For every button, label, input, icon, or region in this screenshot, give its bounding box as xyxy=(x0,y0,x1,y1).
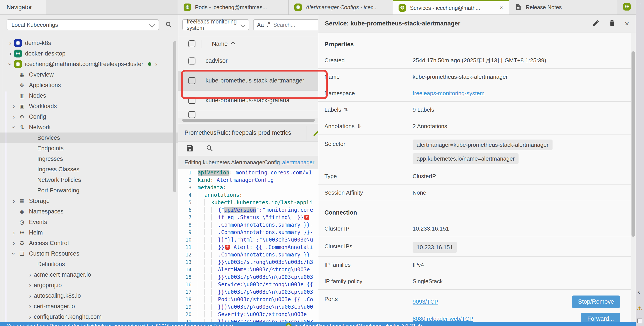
kubeconfig-select[interactable]: Local Kubeconfigs xyxy=(6,19,159,30)
sidebar-item-helm[interactable]: ›☸Helm xyxy=(0,227,178,238)
table-row[interactable]: cadvisor xyxy=(178,51,318,71)
sort-updown-icon[interactable]: ⇅ xyxy=(344,107,348,112)
table-row[interactable] xyxy=(178,110,318,118)
tab-4[interactable]: Release Notes xyxy=(509,0,617,14)
row-label: Type xyxy=(324,173,412,180)
tree-item-label: argoproj.io xyxy=(34,282,62,289)
tab-1[interactable]: ☸Pods - icecheng@mathmas... xyxy=(178,0,288,14)
namespace-link[interactable]: freeleaps-monitoring-system xyxy=(412,90,484,97)
badge-list: alertmanager=kube-prometheus-stack-alert… xyxy=(412,138,625,166)
chevron-left-icon[interactable]: ‹ xyxy=(638,288,640,296)
k8s-icon: ☸ xyxy=(623,3,630,10)
delete-service-button[interactable] xyxy=(608,19,616,28)
yaml-editor[interactable]: 1apiVersion: monitoring.coreos.com/v12ki… xyxy=(178,169,318,322)
sidebar-item-applications[interactable]: ❖Applications xyxy=(0,80,178,90)
name-column-header[interactable]: Name xyxy=(212,40,235,48)
sidebar-item-definitions[interactable]: Definitions xyxy=(0,259,178,270)
k8s-corner-icon[interactable]: ☸ xyxy=(623,3,630,10)
sidebar-item-network[interactable]: ›⇅Network xyxy=(0,122,178,132)
sidebar-item-port-forwarding[interactable]: Port Forwarding xyxy=(0,185,178,196)
sidebar-cluster-icecheng@mathmast.com@freeleaps-cluster[interactable]: ›☸icecheng@mathmast.com@freeleaps-cluste… xyxy=(0,59,178,69)
code-line: 19 }})\u003c/p\u003e\n\u003cp\u00 xyxy=(178,303,318,311)
select-all-checkbox[interactable] xyxy=(188,40,196,48)
port-link[interactable]: 9093/TCP xyxy=(412,298,438,305)
chevron-collapsed-icon[interactable]: › xyxy=(10,114,18,120)
row-checkbox[interactable] xyxy=(188,111,196,118)
sidebar-item-events[interactable]: ◷Events xyxy=(0,217,178,227)
match-case-icon[interactable]: Aa xyxy=(257,22,264,28)
sidebar-item-ingress-classes[interactable]: Ingress Classes xyxy=(0,164,178,175)
sidebar-item-custom-resources[interactable]: ›❑Custom Resources xyxy=(0,248,178,259)
drawer-row: Annotations⇅2 Annotations xyxy=(318,118,631,134)
namespace-select[interactable]: freeleaps-monitoring-system xyxy=(182,19,249,30)
window-icon[interactable] xyxy=(638,318,642,323)
regex-icon[interactable]: ▪* xyxy=(267,20,270,29)
sidebar-item-services[interactable]: Services xyxy=(0,132,178,143)
warning-icon[interactable]: ⚠ xyxy=(637,304,642,312)
chevron-down-icon xyxy=(149,22,155,28)
chevron-collapsed-icon[interactable]: › xyxy=(26,292,34,299)
chevron-collapsed-icon[interactable]: › xyxy=(10,103,18,110)
sidebar-item-config[interactable]: ›⚙Config xyxy=(0,112,178,122)
sidebar-scrollbar[interactable] xyxy=(173,41,176,192)
line-number: 14 xyxy=(178,267,198,272)
chevron-collapsed-icon[interactable]: › xyxy=(26,303,34,310)
chevron-collapsed-icon[interactable]: › xyxy=(10,198,18,204)
chevron-expanded-icon[interactable]: › xyxy=(10,124,17,131)
sidebar-item-autoscaling-k8s-io[interactable]: ›autoscaling.k8s.io xyxy=(0,290,178,301)
sidebar-item-storage[interactable]: ›≣Storage xyxy=(0,196,178,206)
sidebar-item-acme-cert-manager-io[interactable]: ›acme.cert-manager.io xyxy=(0,270,178,280)
row-checkbox[interactable] xyxy=(188,58,196,64)
sidebar-search-button[interactable] xyxy=(165,21,173,30)
tab-label: Release Notes xyxy=(526,4,562,10)
chevron-down-icon xyxy=(240,22,246,28)
chevron-right-icon[interactable]: › xyxy=(153,61,160,67)
sidebar-item-endpoints[interactable]: Endpoints xyxy=(0,143,178,154)
sidebar-cluster-docker-desktop[interactable]: ›☸docker-desktop xyxy=(0,48,178,59)
edit-service-button[interactable] xyxy=(592,19,600,28)
port-action-button[interactable]: Stop/Remove xyxy=(572,296,620,308)
horizontal-scrollbar-thumb[interactable] xyxy=(182,119,315,122)
chevron-collapsed-icon[interactable]: › xyxy=(6,40,14,46)
sidebar-item-workloads[interactable]: ›▣Workloads xyxy=(0,101,178,112)
close-drawer-button[interactable]: × xyxy=(625,19,629,28)
sidebar-item-ingresses[interactable]: Ingresses xyxy=(0,154,178,164)
chevron-collapsed-icon[interactable]: › xyxy=(26,314,34,320)
sidebar-item-configuration-konghq-com[interactable]: ›configuration.konghq.com xyxy=(0,312,178,322)
search-input[interactable]: Aa ▪* Search... xyxy=(253,19,318,30)
k8s-icon: ☸ xyxy=(184,4,191,11)
k8s-icon: ☸ xyxy=(294,4,302,11)
sidebar-cluster-demo-k8s[interactable]: ›☸demo-k8s xyxy=(0,38,178,48)
close-tab-icon[interactable]: × xyxy=(500,4,503,12)
indent-guide xyxy=(204,311,211,318)
sidebar-item-nodes[interactable]: ▥Nodes xyxy=(0,90,178,101)
sort-updown-icon[interactable]: ⇅ xyxy=(357,123,361,129)
sidebar-item-overview[interactable]: ▦Overview xyxy=(0,69,178,80)
chevron-collapsed-icon[interactable]: › xyxy=(26,282,34,288)
lens-app: Navigator ☸Pods - icecheng@mathmas...☸Al… xyxy=(0,0,644,326)
horizontal-scrollbar[interactable] xyxy=(178,118,318,123)
tab-3[interactable]: ☸Services - icecheng@math...× xyxy=(393,0,509,14)
chevron-collapsed-icon[interactable]: › xyxy=(10,240,18,246)
active-cluster-status-text[interactable]: icecheng@mathmast.com@freeleaps-cluster … xyxy=(294,323,422,326)
chevron-expanded-icon[interactable]: › xyxy=(10,250,17,257)
chevron-collapsed-icon[interactable]: › xyxy=(10,229,18,236)
drawer-scrollbar-thumb[interactable] xyxy=(632,51,635,237)
port-link[interactable]: 8080:reloader-web/TCP xyxy=(412,316,473,322)
chevron-expanded-icon[interactable]: › xyxy=(7,60,14,68)
sidebar-item-network-policies[interactable]: Network Policies xyxy=(0,175,178,185)
indent-guide xyxy=(211,229,218,236)
sidebar-item-access-control[interactable]: ›✪Access Control xyxy=(0,238,178,248)
sidebar-item-argoproj-io[interactable]: ›argoproj.io xyxy=(0,280,178,290)
drawer-body: PropertiesCreated254d 17h 50m ago (2025年… xyxy=(318,33,631,326)
sidebar-item-cert-manager-io[interactable]: ›cert-manager.io xyxy=(0,301,178,312)
chevron-collapsed-icon[interactable]: › xyxy=(6,50,14,57)
save-button[interactable] xyxy=(186,144,194,153)
edit-button[interactable] xyxy=(312,129,318,138)
chevron-collapsed-icon[interactable]: › xyxy=(26,271,34,278)
sidebar-item-namespaces[interactable]: ◈Namespaces xyxy=(0,206,178,217)
editor-search-button[interactable] xyxy=(206,144,214,153)
drawer-scrollbar[interactable] xyxy=(631,33,636,326)
breadcrumb-link[interactable]: alertmanager xyxy=(282,159,314,166)
tab-2[interactable]: ☸Alertmanager Configs - icec... xyxy=(288,0,393,14)
